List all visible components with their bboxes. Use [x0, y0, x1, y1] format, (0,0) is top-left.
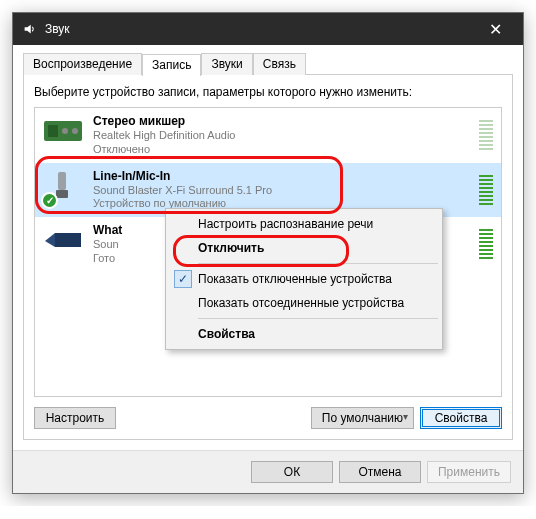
configure-button[interactable]: Настроить: [34, 407, 116, 429]
client-area: Воспроизведение Запись Звуки Связь Выбер…: [13, 45, 523, 450]
sound-dialog: Звук ✕ Воспроизведение Запись Звуки Связ…: [12, 12, 524, 494]
tab-sounds[interactable]: Звуки: [201, 53, 252, 75]
svg-rect-7: [55, 233, 81, 247]
ok-button[interactable]: ОК: [251, 461, 333, 483]
cancel-button[interactable]: Отмена: [339, 461, 421, 483]
soundcard-icon: [43, 114, 83, 148]
device-driver: Realtek High Definition Audio: [93, 129, 469, 143]
menu-show-disabled[interactable]: ✓ Показать отключенные устройства: [168, 267, 440, 291]
tab-playback[interactable]: Воспроизведение: [23, 53, 142, 75]
menu-speech-recognition[interactable]: Настроить распознавание речи: [168, 212, 440, 236]
svg-point-2: [62, 128, 68, 134]
tab-panel-recording: Выберите устройство записи, параметры ко…: [23, 74, 513, 440]
panel-prompt: Выберите устройство записи, параметры ко…: [34, 85, 502, 99]
window-title: Звук: [45, 22, 475, 36]
level-meter: [479, 223, 493, 261]
svg-rect-1: [48, 125, 58, 137]
device-status: Отключено: [93, 143, 469, 157]
level-meter: [479, 114, 493, 152]
tab-communications[interactable]: Связь: [253, 53, 306, 75]
menu-separator: [198, 318, 438, 319]
external-box-icon: [43, 223, 83, 257]
menu-disable[interactable]: Отключить: [168, 236, 440, 260]
svg-rect-4: [58, 172, 66, 190]
tab-strip: Воспроизведение Запись Звуки Связь: [23, 53, 513, 75]
tab-recording[interactable]: Запись: [142, 54, 201, 76]
context-menu[interactable]: Настроить распознавание речи Отключить ✓…: [165, 208, 443, 350]
properties-button[interactable]: Свойства: [420, 407, 502, 429]
device-name: Line-In/Mic-In: [93, 169, 469, 184]
device-driver: Sound Blaster X-Fi Surround 5.1 Pro: [93, 184, 469, 198]
dialog-button-row: ОК Отмена Применить: [13, 450, 523, 493]
device-item-stereo-mixer[interactable]: Стерео микшер Realtek High Definition Au…: [35, 108, 501, 163]
device-text: Line-In/Mic-In Sound Blaster X-Fi Surrou…: [93, 169, 469, 212]
device-list[interactable]: Стерео микшер Realtek High Definition Au…: [34, 107, 502, 397]
menu-label: Показать отключенные устройства: [198, 272, 392, 286]
menu-properties[interactable]: Свойства: [168, 322, 440, 346]
default-check-icon: ✓: [41, 192, 58, 209]
check-icon: ✓: [174, 270, 192, 288]
close-button[interactable]: ✕: [475, 20, 515, 39]
device-name: Стерео микшер: [93, 114, 469, 129]
level-meter: [479, 169, 493, 207]
mic-jack-icon: ✓: [43, 169, 83, 203]
device-text: Стерео микшер Realtek High Definition Au…: [93, 114, 469, 157]
menu-show-disconnected[interactable]: Показать отсоединенные устройства: [168, 291, 440, 315]
panel-button-row: Настроить По умолчанию Свойства: [34, 407, 502, 429]
set-default-button[interactable]: По умолчанию: [311, 407, 414, 429]
titlebar[interactable]: Звук ✕: [13, 13, 523, 45]
svg-point-3: [72, 128, 78, 134]
svg-rect-5: [56, 190, 68, 198]
menu-separator: [198, 263, 438, 264]
speaker-icon: [21, 21, 37, 37]
apply-button[interactable]: Применить: [427, 461, 511, 483]
